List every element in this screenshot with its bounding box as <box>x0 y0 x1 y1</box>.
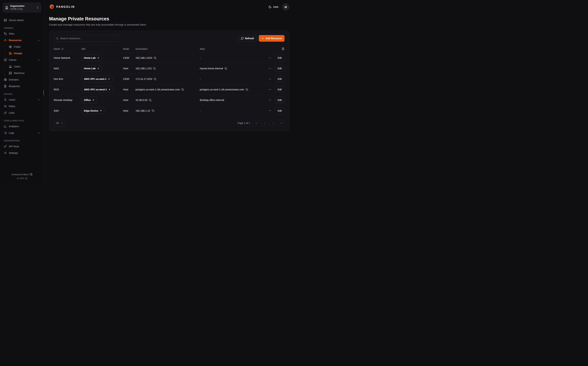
brand[interactable]: PANGOLIN <box>49 4 75 10</box>
sort-icon[interactable] <box>61 48 64 50</box>
sidebar-item-users[interactable]: Users <box>3 96 41 103</box>
copy-icon[interactable] <box>181 88 184 91</box>
moon-icon <box>268 5 272 8</box>
user-icon <box>4 98 7 101</box>
arrow-up-right-icon <box>108 78 110 80</box>
sidebar-item-label: API Keys <box>9 145 19 148</box>
sidebar-item-domains[interactable]: Domains <box>3 76 41 83</box>
section-organization: ORGANIZATION <box>4 140 40 142</box>
resource-name: SSH <box>54 109 81 112</box>
chevron-up-icon[interactable] <box>38 39 40 42</box>
avatar[interactable]: M <box>282 3 289 10</box>
sidebar-item-machines[interactable]: Machines <box>8 70 41 76</box>
sidebar-item-settings[interactable]: Settings <box>3 150 41 156</box>
row-menu-button[interactable] <box>268 56 272 60</box>
search-box <box>54 35 120 42</box>
row-menu-button[interactable] <box>268 98 272 102</box>
sidebar-item-label: Logs <box>9 131 14 134</box>
sidebar-item-sites[interactable]: Sites <box>3 30 41 37</box>
section-logs-analytics: LOGS & ANALYTICS <box>4 120 40 122</box>
copy-icon[interactable] <box>152 109 154 112</box>
site-link[interactable]: Office <box>81 97 97 103</box>
sidebar-item-label: Links <box>9 111 15 114</box>
laptop-icon <box>9 65 12 68</box>
server-icon <box>4 19 7 22</box>
search-input[interactable] <box>54 35 120 42</box>
copy-icon[interactable] <box>154 57 156 59</box>
resource-mode: CIDR <box>123 78 136 80</box>
sidebar-nav: Server Admin GENERAL Sites Resources <box>3 17 41 156</box>
columns-toggle[interactable] <box>259 47 285 50</box>
chart-line-icon <box>4 125 7 128</box>
site-link[interactable]: Home Lab <box>81 65 102 72</box>
sidebar-item-server-admin[interactable]: Server Admin <box>3 17 41 23</box>
sidebar-item-label: Settings <box>9 152 18 154</box>
row-menu-button[interactable] <box>268 77 272 81</box>
copy-icon[interactable] <box>149 99 152 101</box>
row-menu-button[interactable] <box>268 66 272 71</box>
prev-page-button[interactable] <box>261 120 268 126</box>
edit-button[interactable]: Edit <box>275 97 285 103</box>
resource-destination: 192.168.1.12 <box>136 109 150 112</box>
refresh-button[interactable]: Refresh <box>238 35 257 42</box>
site-link[interactable]: AWS VPC us-west-1 <box>81 86 113 93</box>
resource-destination: 10.30.0.53 <box>136 99 147 101</box>
github-icon[interactable] <box>30 173 32 176</box>
site-link[interactable]: Home Lab <box>81 55 102 61</box>
sidebar-item-public[interactable]: Public <box>8 44 41 50</box>
table-row: Home NetworkHome LabCIDR192.168.1.0/24-E… <box>54 53 285 63</box>
chevron-down-icon[interactable] <box>38 99 40 101</box>
external-link-icon[interactable] <box>25 177 27 180</box>
theme-toggle[interactable]: Dark <box>268 5 279 8</box>
sidebar-scrollbar[interactable] <box>43 90 44 95</box>
copy-icon[interactable] <box>225 67 227 70</box>
row-menu-button[interactable] <box>268 108 272 113</box>
sidebar-item-client-users[interactable]: Users <box>8 63 41 70</box>
sidebar-item-blueprints[interactable]: Blueprints <box>3 83 41 90</box>
resources-subnav: Public Private <box>5 44 41 57</box>
row-menu-button[interactable] <box>268 87 272 92</box>
resource-destination: 192.168.1.0/24 <box>136 56 152 59</box>
chevron-down-icon[interactable] <box>38 132 40 134</box>
add-resource-button[interactable]: Add Resource <box>259 35 285 42</box>
sidebar-item-resources[interactable]: Resources <box>3 37 41 44</box>
copy-icon[interactable] <box>154 78 156 80</box>
last-page-button[interactable] <box>278 120 285 126</box>
edit-button[interactable]: Edit <box>275 107 285 114</box>
sidebar-item-private[interactable]: Private <box>8 50 41 57</box>
resource-alias: - <box>200 109 201 112</box>
globe-icon <box>4 78 7 81</box>
sidebar-item-logs[interactable]: Logs <box>3 130 41 136</box>
chevron-up-icon[interactable] <box>38 59 40 61</box>
sidebar-item-roles[interactable]: Roles <box>3 103 41 110</box>
chevron-down-icon <box>61 122 63 124</box>
brand-name: PANGOLIN <box>56 5 75 8</box>
columns-icon <box>282 47 285 50</box>
edit-button[interactable]: Edit <box>275 76 285 82</box>
next-page-button[interactable] <box>270 120 276 126</box>
resources-card: Refresh Add Resource Name Site <box>49 31 289 131</box>
site-link[interactable]: AWS VPC us-east-1 <box>81 76 113 82</box>
edit-button[interactable]: Edit <box>275 55 285 61</box>
copy-icon[interactable] <box>153 67 156 70</box>
logs-icon <box>4 131 7 134</box>
sidebar-item-label: Server Admin <box>9 19 24 22</box>
page-info: Page 1 of 1 <box>238 122 250 124</box>
sidebar-item-analytics[interactable]: Analytics <box>3 123 41 130</box>
sidebar-item-api-keys[interactable]: API Keys <box>3 143 41 150</box>
sidebar-item-clients[interactable]: Clients <box>3 57 41 63</box>
col-header-name[interactable]: Name <box>54 47 81 50</box>
resource-mode: Host <box>123 88 136 91</box>
org-selector[interactable]: Organization ACME Corp. <box>3 3 41 12</box>
sidebar-item-links[interactable]: Links <box>3 110 41 116</box>
arrow-up-right-icon <box>97 57 99 59</box>
copy-icon[interactable] <box>246 88 248 91</box>
col-header-site: Site <box>81 47 123 50</box>
resource-name: Home Network <box>54 56 81 59</box>
page-size-select[interactable]: 20 <box>54 120 66 126</box>
sidebar-item-label: Resources <box>9 39 22 42</box>
edit-button[interactable]: Edit <box>275 86 285 93</box>
first-page-button[interactable] <box>253 120 260 126</box>
site-link[interactable]: Edge Device <box>81 107 104 114</box>
edit-button[interactable]: Edit <box>275 65 285 72</box>
